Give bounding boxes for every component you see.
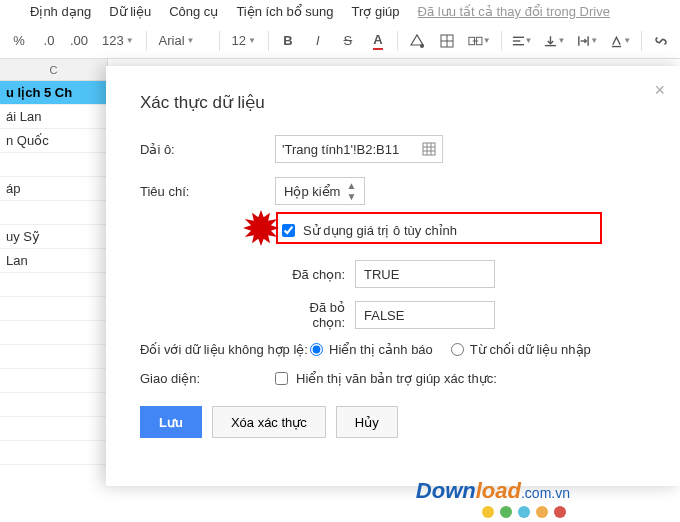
cell[interactable]: Lan	[0, 249, 108, 273]
use-custom-values-checkbox[interactable]	[282, 224, 295, 237]
cell[interactable]: n Quốc	[0, 129, 108, 153]
remove-validation-button[interactable]: Xóa xác thực	[212, 406, 326, 438]
save-status: Đã lưu tất cả thay đổi trong Drive	[418, 4, 610, 19]
number-format-dropdown[interactable]: 123▼	[96, 33, 140, 48]
svg-point-0	[420, 44, 424, 48]
cell[interactable]: u lịch 5 Ch	[0, 81, 108, 105]
menu-tools[interactable]: Công cụ	[169, 4, 218, 19]
cell[interactable]: áp	[0, 177, 108, 201]
cell[interactable]	[0, 153, 108, 177]
column-c-cells: u lịch 5 Chái Lann Quốcápuy SỹLan	[0, 81, 108, 273]
insert-link-button[interactable]	[648, 28, 674, 54]
cell-range-label: Dải ô:	[140, 142, 275, 157]
font-size-dropdown[interactable]: 12▼	[226, 33, 262, 48]
decrease-decimal-button[interactable]: .0	[36, 28, 62, 54]
decorative-dot	[536, 506, 548, 518]
show-help-text-checkbox[interactable]: Hiển thị văn bản trợ giúp xác thực:	[275, 371, 497, 386]
watermark-dots	[482, 506, 566, 518]
close-icon[interactable]: ×	[654, 80, 665, 101]
criteria-dropdown[interactable]: Hộp kiểm ▲▼	[275, 177, 365, 205]
menu-help[interactable]: Trợ giúp	[352, 4, 400, 19]
cell-range-input[interactable]: 'Trang tính1'!B2:B11	[275, 135, 443, 163]
text-wrap-button[interactable]: ▼	[573, 28, 602, 54]
italic-button[interactable]: I	[305, 28, 331, 54]
menu-bar: Định dạng Dữ liệu Công cụ Tiện ích bổ su…	[0, 0, 680, 23]
text-rotation-button[interactable]: ▼	[606, 28, 635, 54]
menu-addons[interactable]: Tiện ích bổ sung	[236, 4, 333, 19]
dialog-title: Xác thực dữ liệu	[140, 92, 655, 113]
decorative-dot	[518, 506, 530, 518]
menu-data[interactable]: Dữ liệu	[109, 4, 151, 19]
unchecked-value-input[interactable]	[355, 301, 495, 329]
menu-format[interactable]: Định dạng	[30, 4, 91, 19]
text-color-button[interactable]: A	[365, 28, 391, 54]
svg-rect-12	[423, 143, 435, 155]
decorative-dot	[482, 506, 494, 518]
column-header-c[interactable]: C	[0, 59, 108, 81]
cancel-button[interactable]: Hủy	[336, 406, 398, 438]
horizontal-align-button[interactable]: ▼	[508, 28, 537, 54]
bold-button[interactable]: B	[275, 28, 301, 54]
appearance-label: Giao diện:	[140, 371, 275, 386]
checked-value-label: Đã chọn:	[275, 267, 355, 282]
strikethrough-button[interactable]: S	[335, 28, 361, 54]
decorative-dot	[500, 506, 512, 518]
cell[interactable]: uy Sỹ	[0, 225, 108, 249]
checked-value-input[interactable]	[355, 260, 495, 288]
dropdown-arrows-icon: ▲▼	[346, 180, 356, 202]
format-percent-button[interactable]: %	[6, 28, 32, 54]
vertical-align-button[interactable]: ▼	[540, 28, 569, 54]
decorative-dot	[554, 506, 566, 518]
annotation-starburst-icon	[243, 210, 279, 246]
borders-button[interactable]	[434, 28, 460, 54]
font-family-dropdown[interactable]: Arial▼	[153, 33, 213, 48]
save-button[interactable]: Lưu	[140, 406, 202, 438]
reject-input-radio[interactable]: Từ chối dữ liệu nhập	[451, 342, 591, 357]
data-validation-dialog: × Xác thực dữ liệu Dải ô: 'Trang tính1'!…	[106, 66, 680, 486]
fill-color-button[interactable]	[404, 28, 430, 54]
criteria-label: Tiêu chí:	[140, 184, 275, 199]
select-range-icon[interactable]	[422, 142, 436, 156]
merge-cells-button[interactable]: ▼	[464, 28, 495, 54]
increase-decimal-button[interactable]: .00	[66, 28, 92, 54]
svg-marker-17	[243, 210, 279, 246]
toolbar: % .0 .00 123▼ Arial▼ 12▼ B I S A ▼ ▼ ▼ ▼…	[0, 23, 680, 59]
unchecked-value-label: Đã bỏ chọn:	[275, 300, 355, 330]
show-warning-radio[interactable]: Hiển thị cảnh báo	[310, 342, 433, 357]
on-invalid-label: Đối với dữ liệu không hợp lệ:	[140, 342, 310, 357]
cell[interactable]	[0, 201, 108, 225]
watermark-logo: Download.com.vn	[416, 478, 570, 504]
use-custom-values-label: Sử dụng giá trị ô tùy chỉnh	[303, 223, 457, 238]
cell[interactable]: ái Lan	[0, 105, 108, 129]
